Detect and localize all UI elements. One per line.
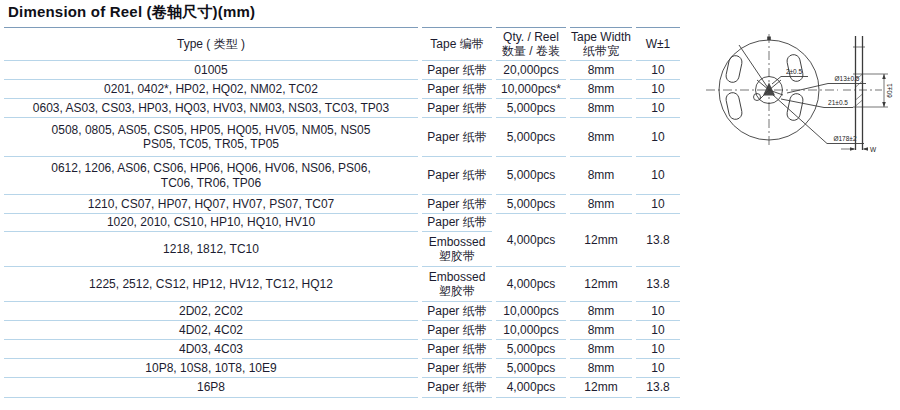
cell-width: 8mm [570,157,632,195]
cell-w: 13.8 [636,378,680,398]
cell-type: 10P8, 10S8, 10T8, 10E9 [4,359,418,378]
table-row: 16P8 Paper 纸带 4,000pcs 12mm 13.8 [4,378,680,398]
cell-qty: 5,000pcs [496,195,566,214]
cell-qty: 4,000pcs [496,267,566,302]
cell-w: 10 [636,61,680,80]
cell-qty: 10,000pcs [496,302,566,321]
cell-type: 2D02, 2C02 [4,302,418,321]
table-row: 4D02, 4C02 Paper 纸带 10,000pcs 8mm 10 [4,321,680,340]
cell-type: 16P8 [4,378,418,398]
dim-label-hub: 21±0.5 [828,99,848,106]
cell-tape: Paper 纸带 [422,61,492,80]
header-width: Tape Width 纸带宽 [570,27,632,61]
header-tape: Tape 编带 [422,27,492,61]
cell-w: 10 [636,321,680,340]
centerline-dot [767,37,771,41]
cell-qty: 5,000pcs [496,157,566,195]
cell-w: 10 [636,157,680,195]
table-row: 0508, 0805, AS05, CS05, HP05, HQ05, HV05… [4,118,680,157]
cell-type: 01005 [4,61,418,80]
cell-type: 0612, 1206, AS06, CS06, HP06, HQ06, HV06… [4,157,418,195]
cell-w: 10 [636,195,680,214]
cell-width: 8mm [570,321,632,340]
datasheet-page: Dimension of Reel (卷轴尺寸)(mm) Type ( 类型 )… [0,0,900,410]
dim-label-outer: Ø178±2 [833,135,856,142]
cell-width: 8mm [570,302,632,321]
cell-qty: 5,000pcs [496,359,566,378]
cell-qty: 4,000pcs [496,378,566,398]
cell-type: 4D03, 4C03 [4,340,418,359]
cell-tape: Paper 纸带 [422,157,492,195]
cell-type: 0508, 0805, AS05, CS05, HP05, HQ05, HV05… [4,118,418,157]
cell-w: 10 [636,359,680,378]
cell-tape: Paper 纸带 [422,118,492,157]
cell-tape: Paper 纸带 [422,99,492,118]
cell-w: 10 [636,118,680,157]
cell-type: 0201, 0402*, HP02, HQ02, NM02, TC02 [4,80,418,99]
cell-w: 13.8 [636,267,680,302]
cell-type: 4D02, 4C02 [4,321,418,340]
cell-type: 1210, CS07, HP07, HQ07, HV07, PS07, TC07 [4,195,418,214]
cell-width: 8mm [570,80,632,99]
cell-width: 8mm [570,118,632,157]
header-qty: Qty. / Reel 数量 / 卷装 [496,27,566,61]
page-title: Dimension of Reel (卷轴尺寸)(mm) [8,3,255,22]
cell-qty: 5,000pcs [496,340,566,359]
header-row: Type ( 类型 ) Tape 编带 Qty. / Reel 数量 / 卷装 … [4,27,680,61]
cell-tape: Paper 纸带 [422,340,492,359]
cell-tape: Paper 纸带 [422,302,492,321]
cell-type: 0603, AS03, CS03, HP03, HQ03, HV03, NM03… [4,99,418,118]
cell-qty: 5,000pcs [496,99,566,118]
cell-width: 8mm [570,61,632,80]
cell-width: 12mm [570,214,632,267]
cell-qty: 4,000pcs [496,214,566,267]
header-type: Type ( 类型 ) [4,27,418,61]
cell-w: 13.8 [636,214,680,267]
cell-tape: Paper 纸带 [422,195,492,214]
dim-label-height: 60±1 [886,83,893,98]
cell-tape: Paper 纸带 [422,214,492,232]
cell-width: 8mm [570,99,632,118]
cell-w: 10 [636,302,680,321]
cell-w: 10 [636,340,680,359]
table-row: 0612, 1206, AS06, CS06, HP06, HQ06, HV06… [4,157,680,195]
cell-type: 1225, 2512, CS12, HP12, HV12, TC12, HQ12 [4,267,418,302]
reel-dimension-table: Type ( 类型 ) Tape 编带 Qty. / Reel 数量 / 卷装 … [0,27,684,398]
table-row: 01005 Paper 纸带 20,000pcs 8mm 10 [4,61,680,80]
dim-label-slot: 2±0.5 [786,68,803,75]
table-row: 1020, 2010, CS10, HP10, HQ10, HV10 Paper… [4,214,680,232]
cell-w: 10 [636,99,680,118]
table-row: 1210, CS07, HP07, HQ07, HV07, PS07, TC07… [4,195,680,214]
cell-width: 8mm [570,359,632,378]
reel-technical-drawing: 2±0.5 Ø13±0.5 21±0.5 Ø178±2 60±1 [690,18,900,200]
cell-width: 8mm [570,195,632,214]
cell-qty: 10,000pcs* [496,80,566,99]
cell-tape: Embossed 塑胶带 [422,267,492,302]
table-row: 2D02, 2C02 Paper 纸带 10,000pcs 8mm 10 [4,302,680,321]
cell-tape: Paper 纸带 [422,80,492,99]
cell-w: 10 [636,80,680,99]
cell-qty: 5,000pcs [496,118,566,157]
cell-qty: 10,000pcs [496,321,566,340]
table-row: 4D03, 4C03 Paper 纸带 5,000pcs 8mm 10 [4,340,680,359]
cell-tape: Paper 纸带 [422,359,492,378]
reel-front-view: 2±0.5 Ø13±0.5 21±0.5 Ø178±2 [706,34,866,146]
cell-width: 8mm [570,340,632,359]
table-row: 0201, 0402*, HP02, HQ02, NM02, TC02 Pape… [4,80,680,99]
cell-tape: Paper 纸带 [422,321,492,340]
cell-type: 1218, 1812, TC10 [4,232,418,267]
cell-width: 12mm [570,378,632,398]
cell-width: 12mm [570,267,632,302]
cell-qty: 20,000pcs [496,61,566,80]
table-row: 10P8, 10S8, 10T8, 10E9 Paper 纸带 5,000pcs… [4,359,680,378]
table-row: 0603, AS03, CS03, HP03, HQ03, HV03, NM03… [4,99,680,118]
dim-label-width: W [870,146,877,153]
cell-type: 1020, 2010, CS10, HP10, HQ10, HV10 [4,214,418,232]
cell-tape: Embossed 塑胶带 [422,232,492,267]
table-row: 1225, 2512, CS12, HP12, HV12, TC12, HQ12… [4,267,680,302]
cell-tape: Paper 纸带 [422,378,492,398]
header-w: W±1 [636,27,680,61]
